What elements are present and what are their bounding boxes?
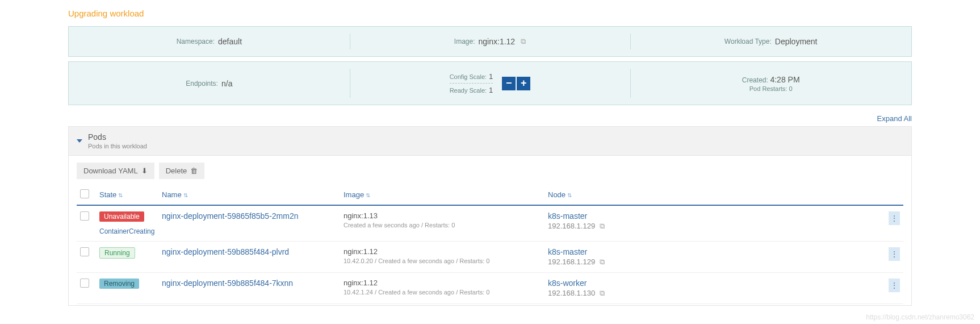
created-label: Created: xyxy=(742,76,768,84)
config-scale-label: Config Scale: xyxy=(450,73,487,80)
pod-name-link[interactable]: nginx-deployment-59865f85b5-2mm2n xyxy=(162,211,298,221)
node-ip: 192.168.1.130 ⧉ xyxy=(548,289,882,298)
pods-subtitle: Pods in this workload xyxy=(88,143,147,149)
scale-cell: Config Scale:1 Ready Scale:1 − + xyxy=(350,62,631,105)
state-badge: Unavailable xyxy=(99,211,144,222)
workload-type-label: Workload Type: xyxy=(724,38,772,45)
sort-icon: ⇅ xyxy=(567,192,572,198)
table-row: Removing nginx-deployment-59b885f484-7kx… xyxy=(77,273,903,304)
select-all-checkbox[interactable] xyxy=(80,189,89,198)
header-node[interactable]: Node⇅ xyxy=(545,185,885,205)
endpoints-value: n/a xyxy=(221,79,232,88)
trash-icon: 🗑 xyxy=(190,167,198,175)
pods-section-header[interactable]: Pods Pods in this workload xyxy=(68,126,912,156)
delete-label: Delete xyxy=(166,167,187,175)
image-value: nginx:1.12 xyxy=(479,37,516,46)
image-cell: Image: nginx:1.12 ⧉ xyxy=(350,27,631,56)
ready-scale-value: 1 xyxy=(489,86,493,94)
clipboard-icon[interactable]: ⧉ xyxy=(600,257,605,266)
pod-image: nginx:1.13 xyxy=(344,211,541,220)
clipboard-icon[interactable]: ⧉ xyxy=(600,289,605,297)
pods-title: Pods xyxy=(88,132,147,142)
sort-icon: ⇅ xyxy=(118,192,123,198)
table-row: Running nginx-deployment-59b885f484-plvr… xyxy=(77,242,903,273)
summary-row-1: Namespace: default Image: nginx:1.12 ⧉ W… xyxy=(68,26,912,57)
sort-icon: ⇅ xyxy=(183,192,188,198)
pod-meta: 10.42.1.24 / Created a few seconds ago /… xyxy=(344,289,541,296)
download-icon: ⬇ xyxy=(141,167,148,175)
download-yaml-button[interactable]: Download YAML ⬇ xyxy=(77,163,154,179)
namespace-value: default xyxy=(218,37,242,46)
created-cell: Created: 4:28 PM Pod Restarts: 0 xyxy=(630,62,911,105)
node-name-link[interactable]: k8s-master xyxy=(548,211,882,221)
clipboard-icon[interactable]: ⧉ xyxy=(521,37,526,46)
row-menu-button[interactable]: ⋮ xyxy=(889,279,900,292)
pod-image: nginx:1.12 xyxy=(344,247,541,256)
download-yaml-label: Download YAML xyxy=(83,167,138,175)
pod-image: nginx:1.12 xyxy=(344,279,541,287)
scale-down-button[interactable]: − xyxy=(502,77,516,90)
upgrading-status: Upgrading workload xyxy=(68,9,912,18)
pod-meta: Created a few seconds ago / Restarts: 0 xyxy=(344,222,541,229)
summary-row-2: Endpoints: n/a Config Scale:1 Ready Scal… xyxy=(68,61,912,105)
workload-type-cell: Workload Type: Deployment xyxy=(630,27,911,56)
row-checkbox[interactable] xyxy=(80,279,89,288)
sort-icon: ⇅ xyxy=(366,192,370,198)
pod-substatus: ContainerCreating xyxy=(99,227,155,235)
expand-all-link[interactable]: Expand All xyxy=(877,114,912,123)
row-checkbox[interactable] xyxy=(80,247,89,256)
config-scale-value: 1 xyxy=(489,72,493,81)
divider xyxy=(450,83,493,84)
delete-button[interactable]: Delete 🗑 xyxy=(159,163,205,179)
header-image[interactable]: Image⇅ xyxy=(340,185,545,205)
endpoints-label: Endpoints: xyxy=(186,80,218,88)
state-badge: Running xyxy=(99,247,135,259)
row-checkbox[interactable] xyxy=(80,211,89,221)
pods-table: State⇅ Name⇅ Image⇅ Node⇅ UnavailableCon… xyxy=(77,185,903,304)
node-name-link[interactable]: k8s-worker xyxy=(548,279,882,288)
created-value: 4:28 PM xyxy=(770,75,799,84)
clipboard-icon[interactable]: ⧉ xyxy=(600,222,605,230)
node-name-link[interactable]: k8s-master xyxy=(548,247,882,256)
node-ip: 192.168.1.129 ⧉ xyxy=(548,222,882,231)
row-menu-button[interactable]: ⋮ xyxy=(889,247,900,261)
node-ip: 192.168.1.129 ⧉ xyxy=(548,257,882,267)
chevron-down-icon xyxy=(77,139,82,143)
pod-name-link[interactable]: nginx-deployment-59b885f484-7kxnn xyxy=(162,279,293,288)
pods-section-body: Download YAML ⬇ Delete 🗑 State⇅ Name⇅ Im… xyxy=(68,156,912,306)
pod-restarts-label: Pod Restarts: xyxy=(749,85,788,92)
row-menu-button[interactable]: ⋮ xyxy=(889,211,900,225)
state-badge: Removing xyxy=(99,279,139,289)
namespace-label: Namespace: xyxy=(177,38,215,45)
watermark: https://blog.csdn.net/zhanremo3062 xyxy=(866,313,974,314)
header-name[interactable]: Name⇅ xyxy=(158,185,340,205)
ready-scale-label: Ready Scale: xyxy=(450,87,487,94)
table-row: UnavailableContainerCreating nginx-deplo… xyxy=(77,205,903,242)
header-state[interactable]: State⇅ xyxy=(96,185,158,205)
workload-type-value: Deployment xyxy=(775,37,818,46)
scale-up-button[interactable]: + xyxy=(517,77,530,90)
pod-meta: 10.42.0.20 / Created a few seconds ago /… xyxy=(344,257,541,264)
endpoints-cell: Endpoints: n/a xyxy=(69,62,350,105)
namespace-cell: Namespace: default xyxy=(69,27,350,56)
pod-name-link[interactable]: nginx-deployment-59b885f484-plvrd xyxy=(162,247,289,256)
pod-restarts-value: 0 xyxy=(789,85,792,92)
scale-values: Config Scale:1 Ready Scale:1 xyxy=(450,72,493,94)
image-label: Image: xyxy=(454,38,475,45)
